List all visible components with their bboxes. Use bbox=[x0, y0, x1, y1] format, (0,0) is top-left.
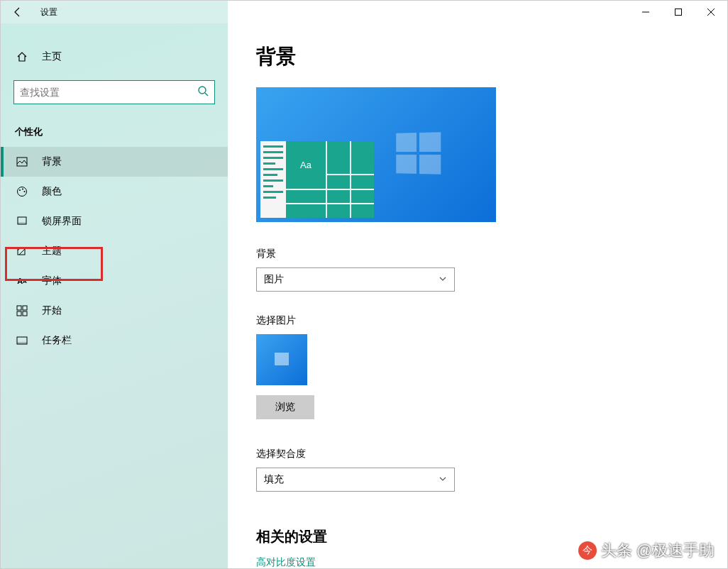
fit-dropdown[interactable]: 填充 bbox=[256, 468, 455, 492]
window-title: 设置 bbox=[40, 6, 57, 18]
theme-icon bbox=[15, 245, 29, 257]
arrow-left-icon bbox=[12, 6, 23, 18]
sidebar: 主页 个性化 背景 颜色 锁屏界面 主题 AA 字体 开始 bbox=[1, 23, 228, 568]
svg-rect-10 bbox=[17, 306, 21, 310]
sidebar-item-lockscreen[interactable]: 锁屏界面 bbox=[1, 206, 228, 236]
taskbar-icon bbox=[15, 335, 29, 346]
desktop-preview: Aa bbox=[256, 87, 496, 222]
watermark-text: 头条 @极速手助 bbox=[601, 540, 715, 561]
preview-sample-window: Aa bbox=[260, 141, 374, 218]
sidebar-item-fonts[interactable]: AA 字体 bbox=[1, 266, 228, 296]
start-icon bbox=[15, 305, 29, 316]
svg-point-4 bbox=[19, 189, 21, 191]
sidebar-item-taskbar[interactable]: 任务栏 bbox=[1, 326, 228, 355]
sidebar-item-label: 主题 bbox=[42, 245, 62, 258]
chevron-down-icon bbox=[439, 273, 447, 286]
sidebar-item-label: 字体 bbox=[42, 275, 62, 287]
search-box[interactable] bbox=[13, 80, 215, 104]
search-icon bbox=[197, 85, 209, 99]
sidebar-item-themes[interactable]: 主题 bbox=[1, 236, 228, 266]
svg-rect-15 bbox=[17, 342, 27, 344]
preview-sample-text: Aa bbox=[286, 141, 326, 189]
svg-rect-9 bbox=[18, 248, 25, 255]
titlebar: 设置 bbox=[1, 1, 727, 23]
chevron-down-icon bbox=[439, 473, 447, 486]
picture-thumbnail[interactable] bbox=[256, 334, 307, 385]
back-button[interactable] bbox=[1, 1, 35, 23]
svg-point-3 bbox=[18, 187, 27, 197]
svg-rect-11 bbox=[23, 306, 27, 310]
svg-rect-8 bbox=[18, 222, 26, 224]
close-icon bbox=[707, 9, 715, 16]
windows-logo-icon bbox=[396, 132, 441, 175]
dropdown-value: 填充 bbox=[264, 473, 284, 486]
sidebar-item-label: 颜色 bbox=[42, 185, 62, 198]
dropdown-value: 图片 bbox=[264, 273, 284, 286]
maximize-icon bbox=[675, 9, 682, 16]
home-icon bbox=[15, 51, 29, 62]
picture-icon bbox=[15, 156, 29, 167]
sidebar-item-label: 背景 bbox=[42, 155, 62, 168]
home-label: 主页 bbox=[42, 50, 62, 63]
watermark-logo-icon: 今 bbox=[578, 541, 597, 560]
choose-picture-label: 选择图片 bbox=[256, 314, 699, 327]
sidebar-item-label: 任务栏 bbox=[42, 334, 72, 347]
content: 背景 Aa 背景 图片 选择图片 浏览 选择契合度 填充 bbox=[228, 23, 727, 568]
svg-rect-13 bbox=[23, 311, 27, 316]
svg-point-5 bbox=[22, 189, 23, 190]
maximize-button[interactable] bbox=[662, 1, 695, 23]
background-type-label: 背景 bbox=[256, 248, 699, 260]
svg-point-1 bbox=[199, 87, 206, 94]
font-icon: AA bbox=[15, 277, 29, 285]
search-input[interactable] bbox=[20, 87, 197, 98]
svg-rect-12 bbox=[17, 311, 21, 316]
sidebar-item-colors[interactable]: 颜色 bbox=[1, 177, 228, 206]
sidebar-item-background[interactable]: 背景 bbox=[1, 147, 228, 177]
watermark: 今 头条 @极速手助 bbox=[578, 540, 715, 561]
sidebar-item-start[interactable]: 开始 bbox=[1, 296, 228, 326]
page-title: 背景 bbox=[256, 43, 699, 70]
fit-label: 选择契合度 bbox=[256, 448, 699, 460]
close-button[interactable] bbox=[695, 1, 727, 23]
home-button[interactable]: 主页 bbox=[1, 43, 228, 70]
category-label: 个性化 bbox=[1, 121, 228, 147]
palette-icon bbox=[15, 186, 29, 197]
browse-button-label: 浏览 bbox=[275, 401, 295, 414]
lockscreen-icon bbox=[15, 216, 29, 227]
minimize-button[interactable] bbox=[629, 1, 662, 23]
svg-rect-0 bbox=[675, 9, 682, 16]
browse-button[interactable]: 浏览 bbox=[256, 395, 314, 419]
sidebar-item-label: 锁屏界面 bbox=[42, 215, 82, 228]
window-controls bbox=[629, 1, 727, 23]
background-type-dropdown[interactable]: 图片 bbox=[256, 267, 455, 292]
minimize-icon bbox=[642, 9, 649, 16]
svg-point-6 bbox=[24, 191, 26, 192]
sidebar-item-label: 开始 bbox=[42, 304, 62, 317]
